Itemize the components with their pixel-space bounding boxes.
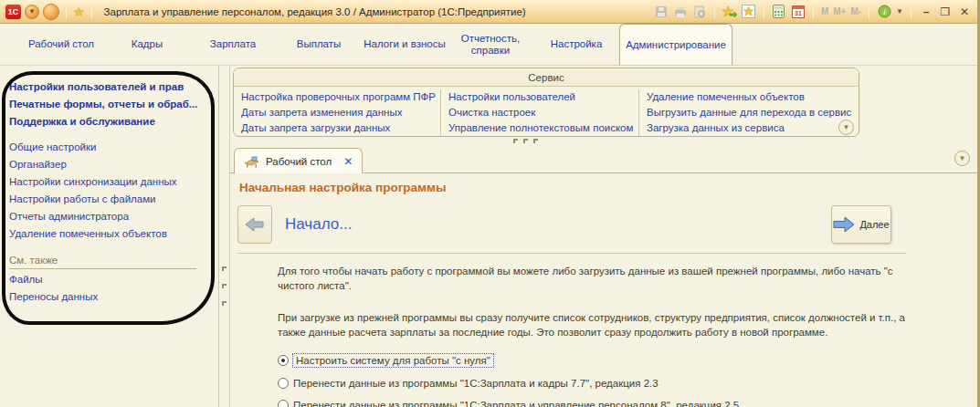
tab-rabochiy-stol[interactable]: Рабочий стол: [18, 24, 104, 65]
sidebar-item-support[interactable]: Поддержка и обслуживание: [9, 113, 218, 130]
service-more-dropdown-icon[interactable]: ▼: [838, 120, 854, 135]
start-mode-options: Настроить систему для работы "с нуля" Пе…: [278, 354, 913, 407]
sidebar-splitter[interactable]: [219, 66, 230, 407]
separator: [813, 5, 814, 19]
calendar-icon[interactable]: 31: [791, 5, 806, 19]
tab-vyplaty[interactable]: Выплаты: [276, 24, 362, 65]
sidebar-item-sync-settings[interactable]: Настройки синхронизации данных: [9, 173, 218, 191]
maximize-button[interactable]: ❒: [938, 5, 953, 18]
description-paragraph: При загрузке из прежней программы вы сра…: [278, 311, 917, 339]
separator: [911, 5, 912, 19]
tab-kadry[interactable]: Кадры: [104, 24, 190, 65]
next-button-label: Далее: [859, 219, 889, 230]
radio-option-migrate-77[interactable]: Перенести данные из программы "1С:Зарпла…: [278, 378, 913, 389]
radio-selected-icon[interactable]: [278, 355, 289, 366]
close-button[interactable]: ✕: [957, 5, 972, 18]
sidebar-item-user-rights[interactable]: Настройки пользователей и прав: [9, 78, 218, 96]
service-link-pfr-check[interactable]: Настройка проверочных программ ПФР: [241, 89, 433, 105]
back-button[interactable]: [237, 205, 272, 244]
service-link-delete-marked[interactable]: Удаление помеченных объектов: [647, 89, 850, 105]
section-tab-bar: Рабочий стол Кадры Зарплата Выплаты Нало…: [0, 24, 977, 66]
desktop-icon: [244, 155, 259, 168]
setup-wizard: Начальная настройка программы Начало... …: [237, 177, 913, 407]
main-menu-icon[interactable]: [43, 4, 59, 20]
sidebar-item-data-transfers[interactable]: Переносы данных: [9, 288, 218, 306]
service-link-edit-prohibit-dates[interactable]: Даты запрета изменения данных: [241, 105, 433, 120]
info-dropdown-icon[interactable]: ▼: [896, 7, 903, 16]
next-button[interactable]: Далее: [831, 205, 891, 244]
tab-zarplata[interactable]: Зарплата: [190, 24, 276, 65]
favorites-go-icon[interactable]: [722, 5, 737, 19]
window-titlebar: 1С ▼ ★ Зарплата и управление персоналом,…: [0, 0, 977, 24]
back-arrow-icon: [245, 215, 265, 234]
memory-m-button[interactable]: M: [821, 6, 828, 16]
calculator-icon[interactable]: [772, 5, 786, 19]
radio-label: Перенести данные из программы "1С:Зарпла…: [293, 400, 739, 407]
info-icon[interactable]: i: [877, 5, 891, 19]
document-tab-strip: Рабочий стол ✕ ▼: [230, 146, 977, 173]
system-menu-dropdown-icon[interactable]: ▼: [25, 5, 39, 19]
panel-splitter[interactable]: [513, 139, 538, 143]
tab-otchetnost-spravki[interactable]: Отчетность, справки: [448, 24, 533, 65]
minimize-button[interactable]: –: [919, 5, 933, 18]
radio-option-from-scratch[interactable]: Настроить систему для работы "с нуля": [278, 354, 913, 367]
tab-administrirovanie[interactable]: Администрирование: [619, 24, 732, 65]
radio-label: Перенести данные из программы "1С:Зарпла…: [293, 378, 659, 389]
service-link-import-from-service[interactable]: Загрузка данных из сервиса: [647, 120, 850, 136]
separator: [66, 5, 67, 19]
memory-m-plus-button[interactable]: M+: [833, 6, 846, 16]
service-link-export-to-service[interactable]: Выгрузить данные для перехода в сервис: [647, 105, 850, 120]
main-area: Сервис Настройка проверочных программ ПФ…: [230, 66, 977, 407]
window-title: Зарплата и управление персоналом, редакц…: [104, 6, 650, 17]
save-icon[interactable]: [654, 5, 669, 19]
radio-unselected-icon[interactable]: [278, 400, 289, 407]
print-preview-icon[interactable]: [692, 5, 707, 19]
tab-nastroyka[interactable]: Настройка: [533, 24, 619, 65]
service-link-fulltext-search[interactable]: Управление полнотекстовым поиском: [448, 120, 631, 136]
divider: [237, 253, 906, 254]
calendar-day: 31: [795, 10, 802, 16]
sidebar-item-delete-marked[interactable]: Удаление помеченных объектов: [9, 225, 218, 243]
separator: [91, 5, 92, 19]
tab-close-icon[interactable]: ✕: [343, 155, 353, 168]
tab-nalogi-vznosy[interactable]: Налоги и взносы: [362, 24, 448, 65]
service-link-user-settings[interactable]: Настройки пользователей: [448, 89, 631, 105]
separator: [869, 5, 869, 19]
separator: [764, 5, 764, 19]
tab-desktop-document[interactable]: Рабочий стол ✕: [234, 148, 363, 173]
radio-unselected-icon[interactable]: [278, 378, 289, 389]
next-arrow-icon: [833, 214, 855, 235]
sidebar-item-print-forms[interactable]: Печатные формы, отчеты и обраб...: [9, 96, 218, 113]
service-link-clear-settings[interactable]: Очистка настроек: [448, 105, 631, 120]
favorites-star-icon[interactable]: ★: [73, 5, 85, 19]
print-icon[interactable]: [673, 5, 688, 19]
memory-m-minus-button[interactable]: M-: [850, 6, 861, 16]
sidebar-item-file-settings[interactable]: Настройки работы с файлами: [9, 191, 218, 208]
page-title: Начальная настройка программы: [239, 181, 913, 194]
sidebar-item-files[interactable]: Файлы: [9, 271, 218, 288]
sidebar-item-organizer[interactable]: Органайзер: [9, 156, 218, 173]
see-also-header: См. также: [9, 252, 196, 269]
separator: [714, 5, 715, 19]
service-panel-title: Сервис: [234, 68, 859, 87]
favorites-add-icon[interactable]: [742, 5, 756, 19]
sidebar-item-admin-reports[interactable]: Отчеты администратора: [9, 208, 218, 225]
window-list-dropdown-icon[interactable]: ▼: [954, 151, 970, 166]
service-link-load-prohibit-dates[interactable]: Даты запрета загрузки данных: [241, 120, 433, 136]
admin-sidebar: Настройки пользователей и прав Печатные …: [0, 66, 219, 407]
step-title: Начало...: [285, 215, 831, 234]
sidebar-item-general-settings[interactable]: Общие настройки: [9, 139, 218, 156]
document-tab-label: Рабочий стол: [266, 156, 332, 167]
intro-paragraph: Для того чтобы начать работу с программо…: [278, 265, 917, 293]
service-panel: Сервис Настройка проверочных программ ПФ…: [233, 68, 859, 137]
1c-logo-icon: 1С: [5, 5, 21, 19]
radio-option-migrate-8[interactable]: Перенести данные из программы "1С:Зарпла…: [278, 400, 913, 407]
radio-label: Настроить систему для работы "с нуля": [293, 354, 493, 367]
